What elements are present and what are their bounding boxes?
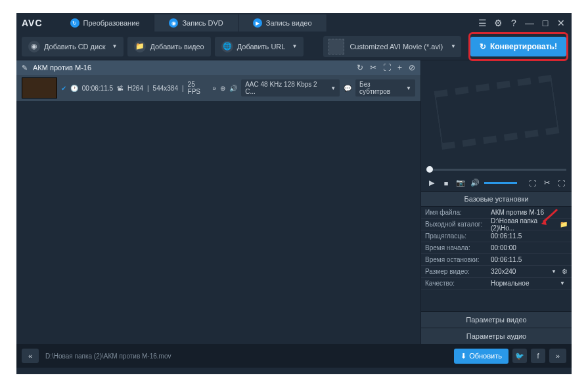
- setting-label: Качество:: [421, 280, 487, 287]
- filmstrip-icon: [434, 75, 559, 150]
- codec-text: H264: [127, 85, 143, 92]
- volume-icon[interactable]: 🔊: [470, 178, 480, 188]
- help-icon[interactable]: ?: [509, 18, 519, 28]
- add-cd-button[interactable]: ◉Добавить CD диск▼: [22, 37, 124, 56]
- right-panel: ▶ ■ 📷 🔊 ⛶ ✂ ⛶ Базовые установки Имя файл…: [420, 60, 572, 344]
- close-icon[interactable]: ✕: [556, 18, 566, 28]
- tab-convert[interactable]: ↻Преобразование: [56, 14, 155, 32]
- chevron-down-icon: ▼: [292, 43, 297, 49]
- maximize-icon[interactable]: □: [540, 18, 551, 28]
- volume-slider[interactable]: [484, 182, 517, 184]
- snapshot-button[interactable]: 📷: [455, 178, 466, 188]
- cut-icon[interactable]: ✂: [370, 63, 376, 72]
- resolution-text: 544x384: [153, 85, 178, 92]
- setting-label: Имя файла:: [421, 209, 487, 216]
- globe-add-icon: 🌐: [221, 41, 233, 53]
- video-add-icon: 📁: [134, 41, 146, 53]
- chevron-down-icon: ▼: [551, 269, 559, 274]
- setting-size: Размер видео:320x240▼⚙: [421, 266, 572, 278]
- tab-dvd[interactable]: ◉Запись DVD: [154, 14, 238, 32]
- globe-icon[interactable]: ⊕: [220, 85, 225, 92]
- minimize-icon[interactable]: —: [524, 18, 535, 28]
- setting-value[interactable]: 00:00:00: [487, 244, 572, 251]
- crop-icon[interactable]: ⛶: [556, 178, 566, 188]
- setting-value[interactable]: D:\Новая папка (2)\Но...📁: [487, 217, 572, 232]
- audio-select[interactable]: AAC 48 KHz 128 Kbps 2 C...▼: [241, 79, 340, 97]
- fullscreen-icon[interactable]: ⛶: [527, 178, 537, 188]
- gear-icon[interactable]: ⚙: [493, 18, 503, 28]
- setting-value[interactable]: 320x240▼⚙: [487, 268, 572, 275]
- setting-value[interactable]: АКМ против М-16: [487, 209, 572, 216]
- refresh-icon[interactable]: ↻: [357, 63, 363, 72]
- disc-add-icon: ◉: [28, 41, 40, 53]
- play-button[interactable]: ▶: [426, 178, 437, 188]
- list-item[interactable]: ✎ АКМ против М-16 ↻ ✂ ⛶ + ⊘ ✔ 🕐 00:06:11…: [16, 60, 420, 101]
- twitter-icon[interactable]: 🐦: [512, 349, 527, 363]
- expand-icon[interactable]: »: [213, 85, 217, 92]
- audio-params-button[interactable]: Параметры аудио: [421, 328, 572, 344]
- settings-header: Базовые установки: [421, 192, 572, 207]
- item-title: АКМ против М-16: [33, 64, 91, 72]
- download-icon: ⬇: [461, 352, 466, 360]
- chevron-down-icon: ▼: [560, 280, 568, 286]
- subtitle-select[interactable]: Без субтитров▼: [355, 79, 415, 97]
- expand-button[interactable]: »: [549, 349, 566, 363]
- slider-thumb[interactable]: [426, 166, 433, 173]
- tab-record[interactable]: ▶Запись видео: [238, 14, 327, 32]
- add-video-button[interactable]: 📁Добавить видео: [127, 37, 210, 56]
- remove-icon[interactable]: ⊘: [409, 63, 415, 72]
- setting-label: Время остановки:: [421, 256, 487, 263]
- app-logo: AVC: [22, 18, 43, 28]
- setting-label: Время начала:: [421, 244, 487, 251]
- chevron-down-icon: ▼: [112, 43, 118, 49]
- menu-icon[interactable]: ☰: [477, 18, 487, 28]
- convert-button[interactable]: ↻Конвертировать!: [470, 37, 566, 56]
- setting-value: 00:06:11.5: [487, 232, 572, 240]
- collapse-button[interactable]: «: [22, 349, 39, 363]
- setting-start: Время начала:00:00:00: [421, 242, 572, 254]
- folder-icon[interactable]: 📁: [560, 221, 568, 228]
- tab-label: Преобразование: [83, 19, 140, 27]
- duration-text: 00:06:11.5: [82, 85, 113, 92]
- refresh-icon: ↻: [70, 18, 79, 28]
- chevron-down-icon: ▼: [451, 43, 456, 49]
- edit-icon[interactable]: ✎: [22, 64, 28, 72]
- setting-value[interactable]: Нормальное▼: [487, 280, 572, 287]
- check-icon[interactable]: ✔: [61, 85, 66, 92]
- stop-button[interactable]: ■: [441, 178, 451, 188]
- update-button[interactable]: ⬇Обновить: [454, 349, 509, 364]
- divider: |: [182, 85, 184, 92]
- gear-icon[interactable]: ⚙: [562, 268, 568, 275]
- crop-icon[interactable]: ⛶: [383, 63, 391, 72]
- setting-length: Працягласць:00:06:11.5: [421, 230, 572, 242]
- facebook-icon[interactable]: f: [531, 349, 545, 363]
- add-icon[interactable]: +: [397, 63, 402, 72]
- btn-label: Конвертировать!: [490, 42, 557, 51]
- main-tabs: ↻Преобразование ◉Запись DVD ▶Запись виде…: [56, 14, 327, 32]
- setting-value[interactable]: 00:06:11.5: [487, 256, 572, 263]
- thumbnail: [22, 77, 57, 98]
- btn-label: Добавить видео: [150, 43, 204, 51]
- seek-slider[interactable]: [421, 164, 572, 175]
- speaker-icon: 🔊: [229, 85, 237, 92]
- subtitle-text: Без субтитров: [359, 81, 401, 95]
- video-params-button[interactable]: Параметры видео: [421, 311, 572, 328]
- preview-area: [421, 60, 572, 164]
- file-list-pane: ✎ АКМ против М-16 ↻ ✂ ⛶ + ⊘ ✔ 🕐 00:06:11…: [16, 60, 420, 344]
- audio-text: AAC 48 KHz 128 Kbps 2 C...: [245, 81, 325, 95]
- cut-icon[interactable]: ✂: [541, 178, 552, 188]
- setting-label: Размер видео:: [421, 268, 487, 275]
- setting-label: Працягласць:: [421, 232, 487, 240]
- codec-icon: 📽: [117, 85, 124, 92]
- format-label: Customized AVI Movie (*.avi): [350, 43, 443, 51]
- setting-quality: Качество:Нормальное▼: [421, 278, 572, 290]
- output-path: D:\Новая папка (2)\АКМ против М-16.mov: [45, 353, 171, 360]
- add-url-button[interactable]: 🌐Добавить URL▼: [215, 37, 304, 56]
- btn-label: Обновить: [469, 352, 502, 360]
- disc-icon: ◉: [169, 18, 178, 28]
- fps-text: 25 FPS: [188, 81, 209, 95]
- film-icon: [328, 39, 344, 54]
- setting-stop: Время остановки:00:06:11.5: [421, 254, 572, 266]
- setting-label: Выходной каталог:: [421, 221, 487, 228]
- output-format-select[interactable]: Customized AVI Movie (*.avi) ▼: [323, 36, 461, 57]
